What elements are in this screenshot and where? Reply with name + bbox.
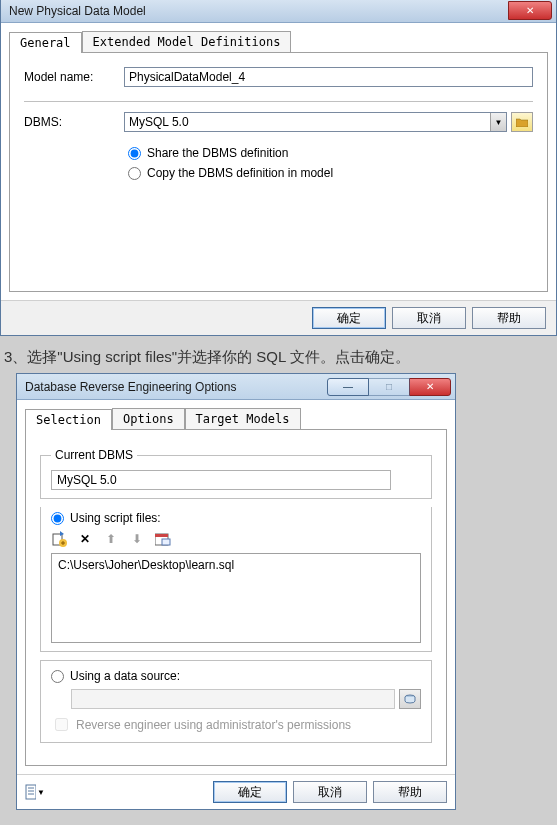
svg-rect-3 xyxy=(155,534,168,537)
browse-data-source-icon[interactable] xyxy=(399,689,421,709)
divider xyxy=(24,101,533,102)
help-button[interactable]: 帮助 xyxy=(373,781,447,803)
properties-icon[interactable] xyxy=(155,531,171,547)
model-name-label: Model name: xyxy=(24,70,124,84)
dialog-new-physical-data-model: New Physical Data Model ✕ General Extend… xyxy=(0,0,557,336)
titlebar: Database Reverse Engineering Options — □… xyxy=(17,374,455,400)
dbms-value: MySQL 5.0 xyxy=(129,115,189,129)
radio-share-label: Share the DBMS definition xyxy=(147,146,288,160)
minimize-icon[interactable]: — xyxy=(327,378,369,396)
using-data-source-fieldset: Using a data source: Reverse engineer us… xyxy=(40,660,432,743)
chevron-down-icon: ▼ xyxy=(37,788,45,797)
tab-general[interactable]: General xyxy=(9,32,82,53)
dialog2-button-row: ▼ 确定 取消 帮助 xyxy=(17,774,455,809)
annotation-step-3: 3、选择"Using script files"并选择你的 SQL 文件。点击确… xyxy=(4,348,553,367)
dbms-label: DBMS: xyxy=(24,115,124,129)
tab-row: Selection Options Target Models xyxy=(25,408,447,429)
page-options-icon[interactable]: ▼ xyxy=(25,783,45,801)
admin-permissions-label: Reverse engineer using administrator's p… xyxy=(76,718,351,732)
delete-icon[interactable]: ✕ xyxy=(77,531,93,547)
tab-body-selection: Current DBMS MySQL 5.0 Using script file… xyxy=(25,429,447,766)
radio-using-data-source[interactable] xyxy=(51,670,64,683)
radio-share[interactable] xyxy=(128,147,141,160)
using-script-fieldset: Using script files: ✕ ⬆ ⬇ C:\Users\Joher… xyxy=(40,507,432,652)
add-file-icon[interactable] xyxy=(51,531,67,547)
using-ds-label: Using a data source: xyxy=(70,669,180,683)
data-source-input xyxy=(71,689,395,709)
dialog-title: Database Reverse Engineering Options xyxy=(25,380,236,394)
svg-rect-6 xyxy=(26,785,36,799)
close-icon[interactable]: ✕ xyxy=(409,378,451,396)
list-item[interactable]: C:\Users\Joher\Desktop\learn.sql xyxy=(58,558,414,572)
cancel-button[interactable]: 取消 xyxy=(392,307,466,329)
radio-copy-label: Copy the DBMS definition in model xyxy=(147,166,333,180)
model-name-input[interactable] xyxy=(124,67,533,87)
script-toolbar: ✕ ⬆ ⬇ xyxy=(51,531,421,547)
radio-using-script-files[interactable] xyxy=(51,512,64,525)
folder-icon[interactable] xyxy=(511,112,533,132)
using-script-label: Using script files: xyxy=(70,511,161,525)
checkbox-admin-permissions xyxy=(55,718,68,731)
radio-copy[interactable] xyxy=(128,167,141,180)
maximize-icon: □ xyxy=(368,378,410,396)
tab-extended-model-definitions[interactable]: Extended Model Definitions xyxy=(82,31,292,52)
admin-permissions-row: Reverse engineer using administrator's p… xyxy=(51,715,421,734)
title-controls: ✕ xyxy=(509,1,556,20)
radio-copy-row: Copy the DBMS definition in model xyxy=(128,166,533,180)
tab-row: General Extended Model Definitions xyxy=(9,31,548,52)
tab-body-general: Model name: DBMS: MySQL 5.0 ▼ Share the … xyxy=(9,52,548,292)
current-dbms-value: MySQL 5.0 xyxy=(51,470,391,490)
help-button[interactable]: 帮助 xyxy=(472,307,546,329)
model-name-row: Model name: xyxy=(24,67,533,87)
close-icon[interactable]: ✕ xyxy=(508,1,552,20)
tab-options[interactable]: Options xyxy=(112,408,185,429)
current-dbms-fieldset: Current DBMS MySQL 5.0 xyxy=(40,448,432,499)
svg-rect-4 xyxy=(162,539,170,545)
arrow-down-icon: ⬇ xyxy=(129,531,145,547)
dialog1-button-row: 确定 取消 帮助 xyxy=(1,300,556,335)
tab-selection[interactable]: Selection xyxy=(25,409,112,430)
arrow-up-icon: ⬆ xyxy=(103,531,119,547)
tab-target-models[interactable]: Target Models xyxy=(185,408,301,429)
script-file-list[interactable]: C:\Users\Joher\Desktop\learn.sql xyxy=(51,553,421,643)
dialog-reverse-engineering-options: Database Reverse Engineering Options — □… xyxy=(16,373,456,810)
titlebar: New Physical Data Model ✕ xyxy=(1,0,556,23)
radio-share-row: Share the DBMS definition xyxy=(128,146,533,160)
dbms-combobox[interactable]: MySQL 5.0 ▼ xyxy=(124,112,507,132)
current-dbms-legend: Current DBMS xyxy=(51,448,137,462)
cancel-button[interactable]: 取消 xyxy=(293,781,367,803)
dialog-title: New Physical Data Model xyxy=(9,4,146,18)
title-controls: — □ ✕ xyxy=(328,378,455,396)
ok-button[interactable]: 确定 xyxy=(213,781,287,803)
chevron-down-icon[interactable]: ▼ xyxy=(490,113,506,131)
ok-button[interactable]: 确定 xyxy=(312,307,386,329)
dbms-row: DBMS: MySQL 5.0 ▼ xyxy=(24,112,533,132)
